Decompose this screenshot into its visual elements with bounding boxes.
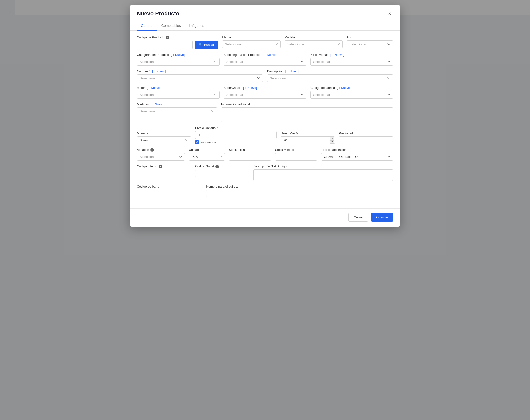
add-new-medidas[interactable]: [ + Nuevo] xyxy=(151,103,164,106)
modal-footer: Cerrar Guardar xyxy=(130,208,400,227)
add-new-nombre[interactable]: [ + Nuevo] xyxy=(152,70,166,73)
modelo-select[interactable]: Seleccionar xyxy=(285,40,343,48)
medidas-select[interactable]: Seleccionar xyxy=(137,107,217,115)
codigo-interno-input[interactable] xyxy=(137,170,191,177)
modal-close-button[interactable]: × xyxy=(386,10,393,17)
row-barra-pdf: Código de barra Nombre para el pdf y xml xyxy=(137,185,393,197)
group-almacen: Almacén i Seleccionar xyxy=(137,148,185,161)
group-moneda: Moneda Soles Dólares xyxy=(137,132,191,144)
codigo-barra-input[interactable] xyxy=(137,190,202,197)
motor-select[interactable]: Seleccionar xyxy=(137,91,220,99)
categoria-select[interactable]: Seleccionar xyxy=(137,58,220,66)
row-medidas-info: Medidas [ + Nuevo] Seleccionar Informaci… xyxy=(137,103,393,122)
unidad-select[interactable]: PZA xyxy=(189,153,225,161)
medidas-select-wrapper: Seleccionar xyxy=(137,107,217,115)
row-precios: Moneda Soles Dólares Precio Unitario * xyxy=(137,126,393,144)
stock-inicial-input[interactable] xyxy=(229,153,271,161)
desc-max-down[interactable]: ▼ xyxy=(330,140,334,144)
marca-select[interactable]: Seleccionar xyxy=(222,40,280,48)
label-modelo: Modelo xyxy=(285,36,343,39)
group-codigo-fabrica: Código de fábrica [ + Nuevo] Seleccionar xyxy=(310,86,393,99)
label-categoria: Categoría del Producto [ + Nuevo] xyxy=(137,53,220,57)
add-new-descripcion[interactable]: [ + Nuevo] xyxy=(285,70,299,73)
precio-cd-input[interactable] xyxy=(339,136,393,144)
incluye-igv-label[interactable]: Incluye Igv xyxy=(200,140,216,144)
almacen-select[interactable]: Seleccionar xyxy=(137,153,185,161)
cerrar-button[interactable]: Cerrar xyxy=(348,213,368,222)
label-codigo-fabrica: Código de fábrica [ + Nuevo] xyxy=(310,86,393,90)
nombre-pdf-input[interactable] xyxy=(206,190,393,197)
modelo-select-wrapper: Seleccionar xyxy=(285,40,343,48)
descripcion-select[interactable]: Seleccionar xyxy=(267,74,393,82)
group-modelo: Modelo Seleccionar xyxy=(285,36,343,48)
group-codigo-barra: Código de barra xyxy=(137,185,202,197)
stock-minimo-input[interactable] xyxy=(275,153,317,161)
desc-max-up[interactable]: ▲ xyxy=(330,137,334,140)
serie-chasis-select[interactable]: Seleccionar xyxy=(224,91,307,99)
modal-header: Nuevo Producto × xyxy=(130,5,400,21)
group-nombre: Nombre * [ + Nuevo] Seleccionar xyxy=(137,70,263,82)
add-new-kit[interactable]: [ + Nuevo] xyxy=(330,53,344,57)
group-serie-chasis: Serie/Chasis [ + Nuevo] Seleccionar xyxy=(224,86,307,99)
codigo-producto-input[interactable] xyxy=(137,41,193,49)
descripcion-antigua-textarea[interactable] xyxy=(253,169,393,181)
row-categoria: Categoría del Producto [ + Nuevo] Selecc… xyxy=(137,53,393,66)
label-serie-chasis: Serie/Chasis [ + Nuevo] xyxy=(224,86,307,90)
guardar-button[interactable]: Guardar xyxy=(371,213,393,222)
desc-max-input[interactable] xyxy=(281,136,335,144)
tab-compatibles[interactable]: Compatibles xyxy=(157,21,185,31)
row-motor-serie: Motor [ + Nuevo] Seleccionar Serie/Chasi… xyxy=(137,86,393,99)
group-unidad: Unidad PZA xyxy=(189,148,225,161)
incluye-igv-wrapper: Incluye Igv xyxy=(195,140,277,144)
form-body: Código de Producto i 🔍 Buscar Marca xyxy=(130,36,400,206)
tab-general[interactable]: General xyxy=(137,21,157,31)
info-icon-almacen: i xyxy=(150,148,154,152)
add-new-serie[interactable]: [ + Nuevo] xyxy=(243,86,257,90)
tipo-afectacion-select[interactable]: Gravado - Operación Or xyxy=(321,153,393,161)
label-almacen: Almacén i xyxy=(137,148,185,152)
label-anio: Año xyxy=(347,36,393,39)
label-codigo-producto: Código de Producto i xyxy=(137,36,218,39)
row-codigo-marca: Código de Producto i 🔍 Buscar Marca xyxy=(137,36,393,49)
label-subcategoria: Subcategoría del Producto [ + Nuevo] xyxy=(224,53,307,57)
modal-title: Nuevo Producto xyxy=(137,10,179,17)
subcategoria-select-wrapper: Seleccionar xyxy=(224,58,307,66)
kit-ventas-select[interactable]: Seleccionar xyxy=(310,58,393,66)
codigo-fabrica-select[interactable]: Seleccionar xyxy=(310,91,393,99)
add-new-fabrica[interactable]: [ + Nuevo] xyxy=(337,86,351,90)
group-kit-ventas: Kit de ventas [ + Nuevo] Seleccionar xyxy=(310,53,393,66)
anio-select-wrapper: Seleccionar xyxy=(347,40,393,48)
required-precio: * xyxy=(217,126,218,130)
group-info-adicional: Información adcional xyxy=(221,103,393,122)
nombre-select[interactable]: Seleccionar xyxy=(137,74,263,82)
group-precio-cd: Precio c/d xyxy=(339,132,393,144)
add-new-motor[interactable]: [ + Nuevo] xyxy=(147,86,160,90)
info-icon-codigo-sunat: i xyxy=(215,165,219,168)
label-codigo-sunat: Código Sunat i xyxy=(195,165,249,168)
required-nombre: * xyxy=(149,70,150,73)
codigo-sunat-input[interactable] xyxy=(195,170,249,177)
group-stock-minimo: Stock Mínimo xyxy=(275,148,317,161)
precio-unitario-input[interactable] xyxy=(195,131,277,139)
precio-igv-group: Incluye Igv xyxy=(195,131,277,144)
anio-select[interactable]: Seleccionar xyxy=(347,40,393,48)
codigo-search-row: 🔍 Buscar xyxy=(137,41,218,49)
add-new-subcategoria[interactable]: [ + Nuevo] xyxy=(262,53,276,57)
row-nombre-descripcion: Nombre * [ + Nuevo] Seleccionar Descripc… xyxy=(137,70,393,82)
group-motor: Motor [ + Nuevo] Seleccionar xyxy=(137,86,220,99)
label-kit-ventas: Kit de ventas [ + Nuevo] xyxy=(310,53,393,57)
incluye-igv-checkbox[interactable] xyxy=(195,140,199,144)
label-desc-max: Desc. Max % xyxy=(281,132,335,135)
buscar-button[interactable]: 🔍 Buscar xyxy=(195,41,218,49)
subcategoria-select[interactable]: Seleccionar xyxy=(224,58,307,66)
moneda-select[interactable]: Soles Dólares xyxy=(137,136,191,144)
add-new-categoria[interactable]: [ + Nuevo] xyxy=(171,53,185,57)
label-nombre-pdf: Nombre para el pdf y xml xyxy=(206,185,393,188)
group-precio-unitario: Precio Unitario * Incluye Igv xyxy=(195,126,277,144)
modal-tabs: General Compatibles Imágenes xyxy=(130,21,400,31)
descripcion-select-wrapper: Seleccionar xyxy=(267,74,393,82)
info-adicional-textarea[interactable] xyxy=(221,107,393,122)
tab-imagenes[interactable]: Imágenes xyxy=(185,21,208,31)
group-medidas: Medidas [ + Nuevo] Seleccionar xyxy=(137,103,217,115)
label-motor: Motor [ + Nuevo] xyxy=(137,86,220,90)
